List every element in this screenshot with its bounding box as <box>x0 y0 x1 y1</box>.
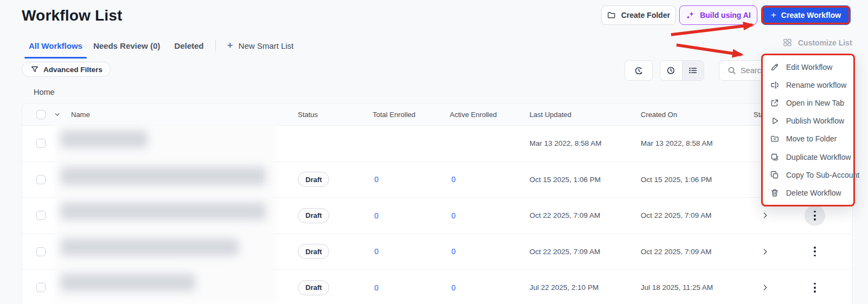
create-folder-button[interactable]: Create Folder <box>601 5 676 25</box>
column-header-last-updated: Last Updated <box>529 111 641 119</box>
total-enrolled-link[interactable]: 0 <box>373 175 450 184</box>
publish-icon <box>770 117 779 126</box>
customize-list-label: Customize List <box>798 38 852 47</box>
total-enrolled-link[interactable]: 0 <box>373 211 450 220</box>
status-badge: Draft <box>298 244 329 259</box>
create-workflow-label: Create Workflow <box>781 11 841 20</box>
chevron-down-icon[interactable] <box>53 110 62 119</box>
created-on-value: Oct 22 2025, 7:09 AM <box>641 211 754 219</box>
last-updated-value: Jul 22 2025, 2:10 PM <box>529 283 641 292</box>
annotation-arrow-create-workflow <box>671 25 752 35</box>
expand-stats-chevron-icon[interactable] <box>758 281 772 295</box>
column-header-created-on: Created On <box>641 111 754 119</box>
menu-item-open-in-new-tab[interactable]: Open in New Tab <box>763 94 853 112</box>
history-view-button[interactable] <box>624 60 653 81</box>
menu-item-label: Publish Workflow <box>786 117 844 125</box>
create-folder-label: Create Folder <box>621 11 670 20</box>
row-actions-kebab-icon[interactable] <box>805 241 825 262</box>
table-row: Draft 0 0 Jul 22 2025, 2:10 PM Jul 18 20… <box>22 270 852 304</box>
row-checkbox[interactable] <box>36 211 46 220</box>
table-row: Draft 0 0 Oct 15 2025, 1:06 PM Oct 15 20… <box>22 162 852 198</box>
tabs-row: All Workflows Needs Review (0) Deleted +… <box>29 39 293 52</box>
workflow-table: Name Status Total Enrolled Active Enroll… <box>22 103 853 304</box>
created-on-value: Oct 15 2025, 1:06 PM <box>641 176 754 184</box>
active-enrolled-link[interactable]: 0 <box>450 211 529 220</box>
menu-item-edit-workflow[interactable]: Edit Workflow <box>763 58 853 76</box>
page-title: Workflow List <box>22 7 123 24</box>
rename-icon <box>770 80 779 89</box>
row-checkbox[interactable] <box>36 283 46 292</box>
build-using-ai-button[interactable]: Build using AI <box>679 5 757 25</box>
folder-icon <box>607 11 616 20</box>
table-header-row: Name Status Total Enrolled Active Enroll… <box>22 104 852 126</box>
row-checkbox[interactable] <box>36 247 46 256</box>
tab-all-workflows[interactable]: All Workflows <box>29 41 82 50</box>
active-enrolled-link[interactable]: 0 <box>450 283 529 292</box>
duplicate-icon <box>770 152 779 161</box>
created-on-value: Jul 18 2025, 11:25 AM <box>641 283 754 292</box>
new-smart-list-button[interactable]: + New Smart List <box>227 41 293 50</box>
customize-list-icon <box>783 38 792 47</box>
expand-stats-chevron-icon[interactable] <box>758 244 772 258</box>
menu-item-move-to-folder[interactable]: Move to Folder <box>763 130 853 148</box>
row-actions-kebab-icon[interactable] <box>805 277 825 298</box>
created-on-value: Mar 13 2022, 8:58 AM <box>641 139 754 147</box>
row-actions-kebab-icon[interactable] <box>805 205 825 226</box>
status-badge: Draft <box>298 208 329 223</box>
clock-view-segment[interactable] <box>660 61 682 80</box>
menu-item-label: Rename workflow <box>786 81 846 89</box>
last-updated-value: Oct 22 2025, 7:09 AM <box>529 211 641 219</box>
menu-item-duplicate-workflow[interactable]: Duplicate Workflow <box>763 148 853 166</box>
tab-needs-review[interactable]: Needs Review (0) <box>93 41 160 50</box>
build-using-ai-label: Build using AI <box>700 11 751 20</box>
tabs-divider <box>215 40 216 51</box>
last-updated-value: Mar 13 2022, 8:58 AM <box>529 139 641 147</box>
column-header-status: Status <box>298 111 373 119</box>
expand-stats-chevron-icon[interactable] <box>758 209 772 223</box>
select-all-checkbox[interactable] <box>36 110 46 119</box>
menu-item-rename-workflow[interactable]: Rename workflow <box>763 76 853 94</box>
copy-icon <box>770 170 779 179</box>
row-checkbox[interactable] <box>36 139 46 148</box>
menu-item-label: Delete Workflow <box>786 189 841 197</box>
breadcrumb[interactable]: Home <box>34 88 55 96</box>
header-actions: Create Folder Build using AI + Create Wo… <box>601 5 851 25</box>
row-context-menu: Edit Workflow Rename workflow Open in Ne… <box>761 54 855 206</box>
clock-icon <box>666 66 675 75</box>
menu-item-publish-workflow[interactable]: Publish Workflow <box>763 112 853 130</box>
menu-item-copy-to-sub-account[interactable]: Copy To Sub-Account <box>763 166 853 184</box>
table-row: Mar 13 2022, 8:58 AM Mar 13 2022, 8:58 A… <box>22 126 852 162</box>
trash-icon <box>770 188 779 197</box>
row-checkbox[interactable] <box>36 175 46 184</box>
column-header-active-enrolled: Active Enrolled <box>450 111 529 119</box>
new-smart-list-label: New Smart List <box>239 41 294 50</box>
plus-icon: + <box>227 40 233 50</box>
history-icon <box>634 66 643 75</box>
menu-item-delete-workflow[interactable]: Delete Workflow <box>763 184 853 202</box>
active-enrolled-link[interactable]: 0 <box>450 247 529 256</box>
annotation-arrow-context-menu <box>676 45 742 55</box>
last-updated-value: Oct 15 2025, 1:06 PM <box>529 176 641 184</box>
table-row: Draft 0 0 Oct 22 2025, 7:09 AM Oct 22 20… <box>22 198 852 234</box>
external-link-icon <box>770 98 779 107</box>
list-view-icon <box>688 66 698 75</box>
active-enrolled-link[interactable]: 0 <box>450 175 529 184</box>
table-row: Draft 0 0 Oct 22 2025, 7:09 AM Oct 22 20… <box>22 234 852 270</box>
total-enrolled-link[interactable]: 0 <box>373 247 450 256</box>
total-enrolled-link[interactable]: 0 <box>373 283 450 292</box>
created-on-value: Oct 22 2025, 7:09 AM <box>641 248 754 256</box>
menu-item-label: Copy To Sub-Account <box>786 171 859 179</box>
menu-item-label: Open in New Tab <box>786 99 844 107</box>
tab-deleted[interactable]: Deleted <box>174 41 203 50</box>
advanced-filters-button[interactable]: Advanced Filters <box>22 62 111 77</box>
menu-item-label: Move to Folder <box>786 134 837 143</box>
status-badge: Draft <box>298 280 329 295</box>
list-view-segment[interactable] <box>682 61 704 80</box>
column-header-total-enrolled: Total Enrolled <box>373 111 450 119</box>
customize-list-button[interactable]: Customize List <box>783 38 852 47</box>
move-to-folder-icon <box>770 134 779 144</box>
menu-item-label: Duplicate Workflow <box>786 153 851 161</box>
pencil-icon <box>770 62 779 72</box>
create-workflow-button[interactable]: + Create Workflow <box>761 5 851 25</box>
plus-icon: + <box>771 10 776 20</box>
